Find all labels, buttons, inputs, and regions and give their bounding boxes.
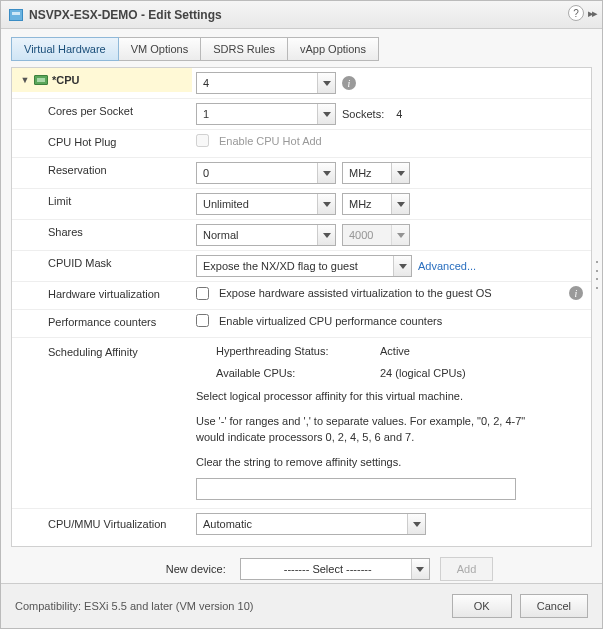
- cpuid-mask-label: CPUID Mask: [12, 251, 192, 275]
- ok-button[interactable]: OK: [452, 594, 512, 618]
- cpu-mmu-label: CPU/MMU Virtualization: [12, 509, 192, 538]
- perf-counters-label: Performance counters: [12, 310, 192, 334]
- perf-counters-checkbox[interactable]: [196, 314, 209, 327]
- hardware-grid: ▼ *CPU 4 i Cores per Socket 1: [11, 67, 592, 547]
- new-device-label: New device:: [110, 563, 230, 575]
- reservation-unit-select[interactable]: MHz: [342, 162, 410, 184]
- cancel-button[interactable]: Cancel: [520, 594, 588, 618]
- scheduling-affinity-label: Scheduling Affinity: [12, 338, 192, 364]
- tab-sdrs-rules[interactable]: SDRS Rules: [200, 37, 288, 61]
- perf-counters-text: Enable virtualized CPU performance count…: [219, 315, 442, 327]
- limit-value-select[interactable]: Unlimited: [196, 193, 336, 215]
- titlebar: NSVPX-ESX-DEMO - Edit Settings ? ▸▸: [1, 1, 602, 29]
- cpuid-advanced-link[interactable]: Advanced...: [418, 260, 476, 272]
- cpu-hot-add-checkbox: [196, 134, 209, 147]
- cpu-label: *CPU: [52, 74, 80, 86]
- popout-icon[interactable]: ▸▸: [588, 7, 596, 20]
- affinity-help-1: Select logical processor affinity for th…: [196, 388, 536, 405]
- edit-settings-dialog: NSVPX-ESX-DEMO - Edit Settings ? ▸▸ Virt…: [0, 0, 603, 629]
- cpu-count-select[interactable]: 4: [196, 72, 336, 94]
- cpu-mmu-select[interactable]: Automatic: [196, 513, 426, 535]
- tab-vapp-options[interactable]: vApp Options: [287, 37, 379, 61]
- new-device-row: New device: ------- Select ------- Add: [11, 547, 592, 583]
- affinity-input[interactable]: [196, 478, 516, 500]
- cpu-icon: [34, 75, 48, 85]
- shares-level-select[interactable]: Normal: [196, 224, 336, 246]
- shares-label: Shares: [12, 220, 192, 244]
- affinity-help-3: Clear the string to remove affinity sett…: [196, 454, 536, 471]
- cpu-hot-add-text: Enable CPU Hot Add: [219, 135, 322, 147]
- tab-vm-options[interactable]: VM Options: [118, 37, 201, 61]
- resize-handle-icon[interactable]: [593, 261, 601, 289]
- window-title: NSVPX-ESX-DEMO - Edit Settings: [29, 8, 222, 22]
- hw-virt-checkbox[interactable]: [196, 287, 209, 300]
- sockets-value: 4: [396, 108, 402, 120]
- limit-label: Limit: [12, 189, 192, 213]
- tabs: Virtual Hardware VM Options SDRS Rules v…: [1, 29, 602, 61]
- cores-per-socket-label: Cores per Socket: [12, 99, 192, 123]
- dialog-footer: Compatibility: ESXi 5.5 and later (VM ve…: [1, 583, 602, 628]
- affinity-help-2: Use '-' for ranges and ',' to separate v…: [196, 413, 536, 446]
- ht-status-value: Active: [380, 345, 410, 357]
- limit-unit-select[interactable]: MHz: [342, 193, 410, 215]
- help-icon[interactable]: ?: [568, 5, 584, 21]
- sockets-label: Sockets:: [342, 108, 384, 120]
- cpu-hotplug-label: CPU Hot Plug: [12, 130, 192, 154]
- reservation-label: Reservation: [12, 158, 192, 182]
- cpuid-mask-select[interactable]: Expose the NX/XD flag to guest: [196, 255, 412, 277]
- chevron-down-icon[interactable]: ▼: [20, 75, 30, 85]
- ht-status-label: Hyperthreading Status:: [216, 345, 366, 357]
- vm-icon: [9, 9, 23, 21]
- tab-virtual-hardware[interactable]: Virtual Hardware: [11, 37, 119, 61]
- cores-per-socket-select[interactable]: 1: [196, 103, 336, 125]
- info-icon[interactable]: i: [342, 76, 356, 90]
- available-cpus-label: Available CPUs:: [216, 367, 366, 379]
- shares-value-input: 4000: [342, 224, 410, 246]
- hw-virt-label: Hardware virtualization: [12, 282, 192, 306]
- cpu-section-header[interactable]: ▼ *CPU 4 i: [12, 68, 591, 98]
- reservation-value-select[interactable]: 0: [196, 162, 336, 184]
- hw-virt-text: Expose hardware assisted virtualization …: [219, 287, 492, 299]
- new-device-select[interactable]: ------- Select -------: [240, 558, 430, 580]
- available-cpus-value: 24 (logical CPUs): [380, 367, 466, 379]
- compatibility-text: Compatibility: ESXi 5.5 and later (VM ve…: [15, 600, 444, 612]
- add-device-button: Add: [440, 557, 494, 581]
- info-icon[interactable]: i: [569, 286, 583, 300]
